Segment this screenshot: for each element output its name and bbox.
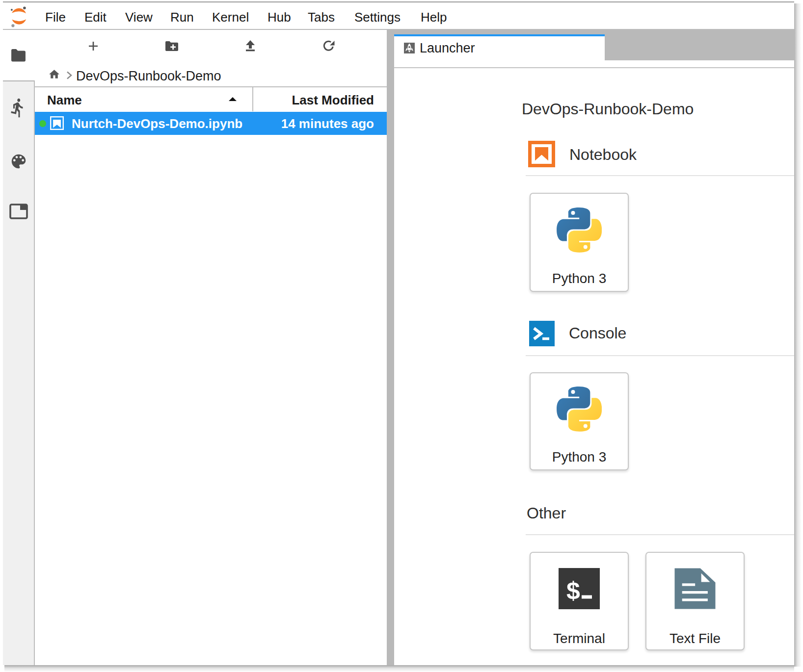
svg-text:$: $ bbox=[566, 577, 580, 604]
